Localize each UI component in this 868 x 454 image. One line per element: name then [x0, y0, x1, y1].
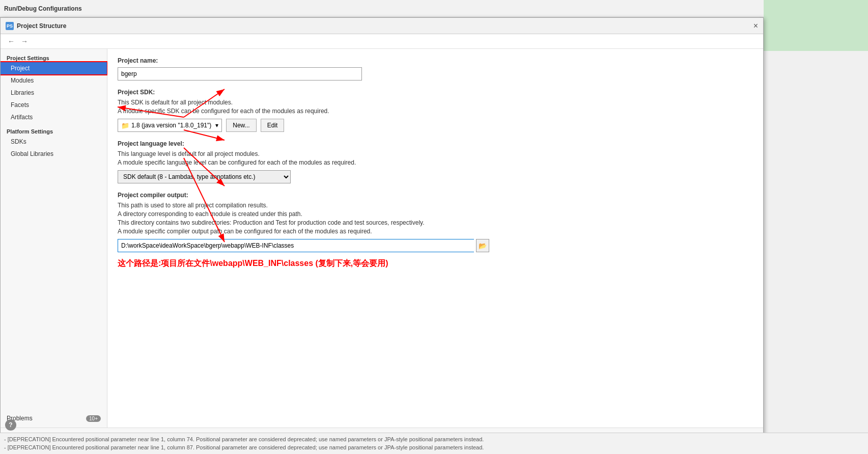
compiler-desc1: This path is used to store all project c…	[118, 202, 753, 209]
dialog-nav: ← →	[1, 34, 763, 49]
compiler-output-row: 📂	[118, 239, 753, 252]
run-debug-title: Run/Debug Configurations	[4, 5, 82, 12]
content-area: Project name: Project SDK: This SDK is d…	[107, 49, 763, 428]
problems-badge: 10+	[86, 415, 101, 422]
sidebar-item-project[interactable]: Project	[1, 62, 107, 74]
project-lang-label: Project language level:	[118, 140, 753, 147]
compiler-folder-button[interactable]: 📂	[476, 239, 489, 252]
sidebar: Project Settings Project Modules Librari…	[1, 49, 107, 428]
sidebar-item-modules[interactable]: Modules	[1, 74, 107, 87]
dialog-title-text: Project Structure	[17, 22, 66, 30]
sdk-chevron-icon: ▾	[215, 122, 218, 129]
dialog-title-icon: PS	[6, 22, 14, 30]
sdk-new-button[interactable]: New...	[226, 119, 256, 132]
compiler-output-input[interactable]	[118, 239, 474, 252]
annotation-text: 这个路径是:项目所在文件\webapp\WEB_INF\classes (复制下…	[118, 258, 753, 269]
project-settings-header: Project Settings	[1, 52, 107, 62]
project-sdk-label: Project SDK:	[118, 89, 753, 96]
sdk-folder-icon: 📁	[121, 122, 129, 129]
sidebar-item-sdks[interactable]: SDKs	[1, 136, 107, 148]
compiler-desc3: This directory contains two subdirectori…	[118, 219, 753, 226]
status-line-1: - [DEPRECATION] Encountered positional p…	[4, 435, 864, 443]
project-name-label: Project name:	[118, 57, 753, 64]
platform-settings-header: Platform Settings	[1, 123, 107, 136]
nav-forward-button[interactable]: →	[19, 36, 30, 46]
dialog-body: Project Settings Project Modules Librari…	[1, 49, 763, 428]
compiler-desc4: A module specific compiler output path c…	[118, 228, 753, 235]
compiler-desc2: A directory corresponding to each module…	[118, 210, 753, 218]
project-name-input[interactable]	[118, 67, 362, 81]
sdk-desc1: This SDK is default for all project modu…	[118, 99, 753, 106]
dialog-titlebar: PS Project Structure ×	[1, 18, 763, 34]
sidebar-item-libraries[interactable]: Libraries	[1, 87, 107, 99]
lang-desc2: A module specific language level can be …	[118, 159, 753, 166]
sidebar-item-facets[interactable]: Facets	[1, 99, 107, 111]
folder-browse-icon: 📂	[479, 242, 487, 250]
sdk-value: 1.8 (java version "1.8.0_191")	[131, 122, 211, 129]
nav-back-button[interactable]: ←	[6, 36, 17, 46]
sdk-dropdown[interactable]: 📁 1.8 (java version "1.8.0_191") ▾	[118, 119, 222, 132]
sidebar-item-global-libraries[interactable]: Global Libraries	[1, 148, 107, 160]
sdk-desc2: A module specific SDK can be configured …	[118, 108, 753, 115]
project-compiler-label: Project compiler output:	[118, 192, 753, 199]
sdk-row: 📁 1.8 (java version "1.8.0_191") ▾ New..…	[118, 119, 753, 132]
dialog-close-button[interactable]: ×	[753, 21, 758, 31]
sdk-edit-button[interactable]: Edit	[261, 119, 285, 132]
sidebar-problems[interactable]: Problems 10+	[1, 412, 107, 424]
dialog-title-container: PS Project Structure	[6, 22, 66, 30]
green-background-area	[764, 0, 868, 51]
status-bar: - [DEPRECATION] Encountered positional p…	[0, 433, 868, 454]
lang-dropdown[interactable]: SDK default (8 - Lambdas, type annotatio…	[118, 170, 291, 183]
lang-desc1: This language level is default for all p…	[118, 150, 753, 157]
project-structure-dialog: PS Project Structure × ← → Project Setti…	[0, 17, 764, 454]
help-icon-dialog[interactable]: ?	[5, 419, 16, 431]
status-line-2: - [DEPRECATION] Encountered positional p…	[4, 443, 864, 451]
run-debug-bar: Run/Debug Configurations ×	[0, 0, 868, 17]
sidebar-item-artifacts[interactable]: Artifacts	[1, 111, 107, 123]
